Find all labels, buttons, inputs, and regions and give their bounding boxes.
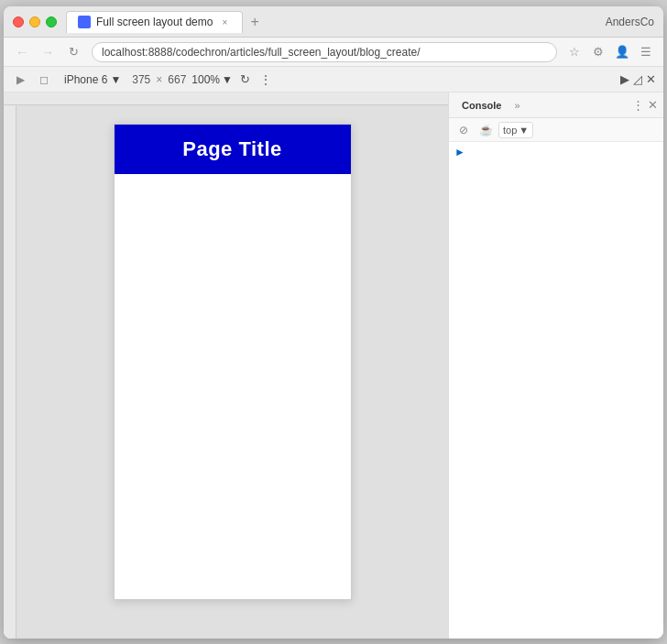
nav-bar: ← → ↻ localhost:8888/codechron/articles/… <box>4 38 663 67</box>
frame-dropdown-icon: ▼ <box>519 125 529 136</box>
devtools-panel: Console » ⋮ ✕ ⊘ ☕ top ▼ ► <box>448 93 663 639</box>
device-dropdown-icon: ▼ <box>110 73 121 86</box>
title-bar: Full screen layout demo × + AndersCo <box>4 6 663 38</box>
ruler-left <box>4 105 16 639</box>
settings-icon[interactable]: ⚙ <box>588 42 608 62</box>
page-title-bar: Page Title <box>115 125 351 174</box>
bookmark-icon[interactable]: ☆ <box>564 42 585 62</box>
dimension-separator: × <box>156 73 162 86</box>
device-frame: Page Title <box>114 124 352 600</box>
devtools-toolbar: ⊘ ☕ top ▼ <box>449 118 663 142</box>
clear-console-icon[interactable]: ⊘ <box>454 121 473 139</box>
zoom-selector[interactable]: 100% ▼ <box>191 73 233 86</box>
browser-viewport: Page Title <box>4 93 448 639</box>
devtools-undock-icon[interactable]: ⋮ <box>632 98 644 112</box>
nav-icons: ☆ ⚙ 👤 ☰ <box>564 42 656 62</box>
console-filter-icon[interactable]: ☕ <box>476 121 495 139</box>
device-toolbar: ▶ ◻ iPhone 6 ▼ 375 × 667 100% ▼ ↻ ⋮ ▶ ◿ … <box>4 67 663 93</box>
device-height: 667 <box>168 73 186 86</box>
url-text: localhost:8888/codechron/articles/full_s… <box>102 46 547 59</box>
profile-icon[interactable]: 👤 <box>612 42 632 62</box>
tab-title: Full screen layout demo <box>96 16 213 28</box>
cursor-icon[interactable]: ▶ <box>620 72 629 86</box>
close-button[interactable] <box>13 16 24 27</box>
minimize-button[interactable] <box>29 16 40 27</box>
device-name: iPhone 6 <box>64 73 107 86</box>
viewport-inner: Page Title <box>16 105 448 639</box>
traffic-lights <box>13 16 57 27</box>
rotate-icon[interactable]: ↻ <box>240 72 250 86</box>
main-content: Page Title Console » ⋮ ✕ ⊘ ☕ <box>4 93 663 639</box>
devtools-close-buttons: ⋮ ✕ <box>632 98 658 112</box>
forward-button[interactable]: → <box>37 41 59 63</box>
devtools-more-tabs-icon[interactable]: » <box>510 98 523 113</box>
menu-icon[interactable]: ☰ <box>636 42 656 62</box>
zoom-level: 100% <box>191 73 220 86</box>
devtools-tab-bar: Console » ⋮ ✕ <box>449 93 663 118</box>
active-tab[interactable]: Full screen layout demo × <box>66 11 243 33</box>
page-content-area <box>115 174 351 600</box>
ruler-top <box>4 93 448 105</box>
devtools-close-button[interactable]: ✕ <box>648 98 658 112</box>
page-title: Page Title <box>182 137 282 161</box>
url-bar[interactable]: localhost:8888/codechron/articles/full_s… <box>92 42 557 62</box>
maximize-button[interactable] <box>46 16 57 27</box>
device-selector[interactable]: iPhone 6 ▼ <box>59 71 126 88</box>
devtools-body: ► <box>449 142 663 639</box>
browser-window: Full screen layout demo × + AndersCo ← →… <box>4 6 663 639</box>
refresh-button[interactable]: ↻ <box>62 41 84 63</box>
zoom-dropdown-icon: ▼ <box>222 73 233 86</box>
frame-selector[interactable]: top ▼ <box>498 122 533 138</box>
tab-close-icon[interactable]: × <box>218 16 231 28</box>
tab-console[interactable]: Console <box>454 97 508 114</box>
filter-icon[interactable]: ◿ <box>633 72 642 86</box>
device-toggle-button[interactable]: ◻ <box>35 71 53 89</box>
tab-bar: Full screen layout demo × + <box>66 11 606 33</box>
profile-label: AndersCo <box>606 16 654 28</box>
tab-favicon-icon <box>78 16 91 28</box>
frame-selector-value: top <box>503 125 517 136</box>
back-button[interactable]: ← <box>11 41 33 63</box>
devtools-close-icon[interactable]: ✕ <box>646 72 656 86</box>
more-options-icon[interactable]: ⋮ <box>259 72 272 87</box>
console-expand-arrow[interactable]: ► <box>454 146 658 158</box>
device-width: 375 <box>132 73 150 86</box>
devtools-toggle-icons: ▶ ◿ ✕ <box>620 72 656 86</box>
new-tab-button[interactable]: + <box>246 14 262 30</box>
inspect-element-button[interactable]: ▶ <box>11 71 29 89</box>
